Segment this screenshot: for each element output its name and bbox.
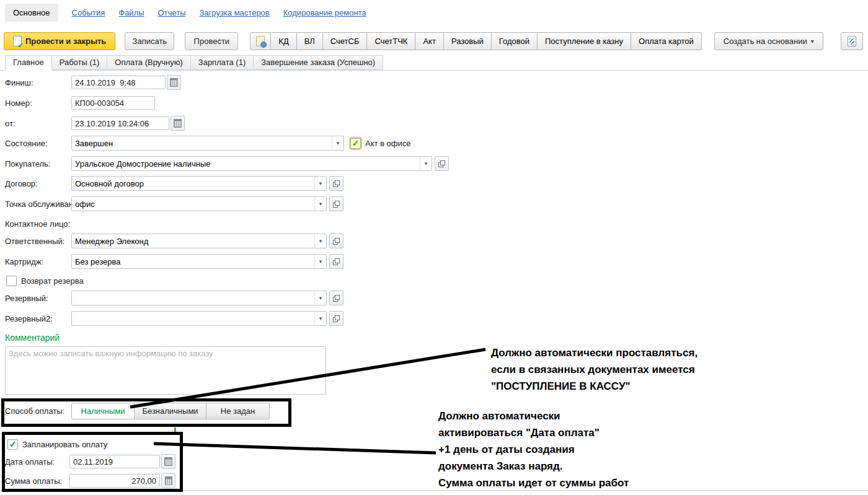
contract-input[interactable]	[72, 177, 314, 190]
reserve1-select[interactable]: ▾	[71, 291, 327, 305]
chevron-down-icon[interactable]: ▾	[314, 291, 326, 305]
chevron-down-icon[interactable]: ▾	[314, 312, 326, 325]
date-input[interactable]	[71, 116, 169, 130]
responsible-input[interactable]	[72, 234, 314, 248]
save-button[interactable]: Записать	[125, 32, 174, 50]
buyer-row: Покупатель: ▾	[5, 156, 449, 171]
nav-link-reports[interactable]: Отчеты	[158, 8, 186, 17]
nav-link-files[interactable]: Файлы	[118, 8, 144, 17]
annotation-note-payment-method: Должно автоматически проставляться, если…	[491, 344, 698, 395]
tab-salary[interactable]: Зарплата (1)	[190, 55, 254, 70]
splitter-grip[interactable]	[174, 427, 176, 434]
invoice-sb-button[interactable]: СчетСБ	[323, 32, 368, 50]
chevron-down-icon[interactable]: ▾	[314, 234, 326, 248]
return-reserve-label: Возврат резерва	[21, 276, 84, 286]
kd-button[interactable]: КД	[271, 32, 296, 50]
buyer-label: Покупатель:	[5, 159, 71, 169]
payment-method-row: Способ оплаты: Наличными Безналичными Не…	[5, 403, 270, 418]
nav-tab-main[interactable]: Основное	[5, 4, 58, 22]
post-document-button[interactable]	[250, 32, 271, 50]
open-service-point-icon[interactable]	[329, 196, 343, 211]
nav-link-masters-load[interactable]: Загрузка мастеров	[200, 8, 270, 17]
calculator-icon[interactable]	[161, 473, 175, 488]
finish-label: Финиш:	[5, 78, 71, 87]
payment-none-button[interactable]: Не задан	[206, 403, 270, 419]
chevron-down-icon[interactable]: ▾	[314, 255, 326, 268]
copy-document-button[interactable]	[841, 32, 863, 50]
chevron-down-icon[interactable]: ▾	[420, 157, 432, 170]
open-reserve2-icon[interactable]	[329, 311, 343, 326]
cartridge-label: Картридж:	[5, 257, 71, 266]
invoice-tchk-button[interactable]: СчетТЧК	[367, 32, 415, 50]
cartridge-input[interactable]	[72, 255, 314, 268]
pay-sum-input[interactable]	[69, 474, 160, 488]
calendar-icon[interactable]	[161, 454, 175, 469]
act-in-office-checkbox[interactable]	[350, 138, 361, 149]
return-reserve-checkbox[interactable]	[6, 276, 17, 286]
state-row: Состояние: ▾ Акт в офисе	[5, 136, 411, 151]
note-line: Должно автоматически	[438, 408, 629, 424]
reserve2-input[interactable]	[72, 312, 314, 325]
plan-payment-checkbox[interactable]	[7, 439, 18, 450]
create-based-on-button[interactable]: Создать на основании ▾	[714, 32, 823, 50]
chevron-down-icon: ▾	[811, 38, 814, 45]
cartridge-select[interactable]: ▾	[71, 254, 327, 269]
contract-row: Договор: ▾	[5, 176, 343, 191]
responsible-select[interactable]: ▾	[71, 234, 327, 248]
plan-payment-row: Запланировать оплату	[7, 437, 107, 452]
payment-cash-button[interactable]: Наличными	[71, 403, 135, 419]
state-input[interactable]	[72, 136, 332, 150]
state-label: Состояние:	[5, 139, 71, 148]
note-line: документа Заказ наряд.	[438, 458, 629, 475]
pay-sum-label: Сумма оплаты:	[5, 476, 69, 486]
post-button[interactable]: Провести	[185, 32, 238, 50]
plan-payment-label: Запланировать оплату	[22, 440, 107, 449]
open-reserve1-icon[interactable]	[329, 291, 343, 305]
one-time-button[interactable]: Разовый	[444, 32, 492, 50]
buyer-input[interactable]	[72, 157, 420, 170]
comment-textarea[interactable]	[5, 346, 326, 395]
act-button[interactable]: Акт	[415, 32, 443, 50]
section-nav: Основное События Файлы Отчеты Загрузка м…	[0, 0, 868, 25]
treasury-receipt-button[interactable]: Поступление в казну	[538, 32, 631, 50]
contact-row: Контактное лицо:	[5, 216, 70, 231]
pay-sum-row: Сумма оплаты:	[5, 473, 175, 488]
reserve2-select[interactable]: ▾	[71, 311, 327, 326]
nav-link-events[interactable]: События	[72, 8, 105, 17]
date-row: от:	[5, 116, 185, 131]
payment-cashless-button[interactable]: Безналичными	[135, 403, 206, 419]
reserve1-input[interactable]	[72, 291, 314, 305]
open-responsible-icon[interactable]	[329, 234, 343, 248]
calendar-icon[interactable]	[167, 75, 181, 90]
tab-order-completion[interactable]: Завершение заказа (Успешно)	[253, 55, 383, 70]
tab-payment[interactable]: Оплата (Вручную)	[107, 55, 190, 70]
open-buyer-icon[interactable]	[435, 156, 449, 171]
chevron-down-icon[interactable]: ▾	[314, 197, 326, 211]
annotation-note-planned-payment: Должно автоматически активироваться "Дат…	[438, 408, 629, 491]
chevron-down-icon[interactable]: ▾	[314, 177, 326, 190]
service-point-row: Точка обслуживания: ▾	[5, 196, 343, 211]
chevron-down-icon[interactable]: ▾	[332, 136, 343, 150]
tab-main[interactable]: Главное	[5, 55, 52, 71]
open-cartridge-icon[interactable]	[329, 254, 343, 269]
reserve2-label: Резервный2:	[5, 314, 71, 323]
tab-works[interactable]: Работы (1)	[51, 55, 108, 70]
document-check-icon	[13, 36, 22, 46]
calendar-icon[interactable]	[170, 116, 185, 131]
number-input[interactable]	[71, 96, 155, 110]
state-select[interactable]: ▾	[71, 136, 344, 151]
annual-button[interactable]: Годовой	[492, 32, 538, 50]
reserve2-row: Резервный2: ▾	[5, 311, 343, 326]
post-and-close-button[interactable]: Провести и закрыть	[4, 32, 115, 50]
vl-button[interactable]: ВЛ	[297, 32, 323, 50]
buyer-select[interactable]: ▾	[71, 156, 432, 171]
card-payment-button[interactable]: Оплата картой	[631, 32, 702, 50]
service-point-input[interactable]	[72, 197, 314, 211]
contract-select[interactable]: ▾	[71, 176, 327, 191]
open-contract-icon[interactable]	[329, 176, 343, 191]
pay-date-input[interactable]	[69, 455, 160, 468]
finish-input[interactable]	[71, 76, 166, 89]
return-reserve-row: Возврат резерва	[6, 273, 84, 288]
nav-link-repair-coding[interactable]: Кодирование ремонта	[283, 8, 366, 17]
service-point-select[interactable]: ▾	[71, 196, 327, 211]
